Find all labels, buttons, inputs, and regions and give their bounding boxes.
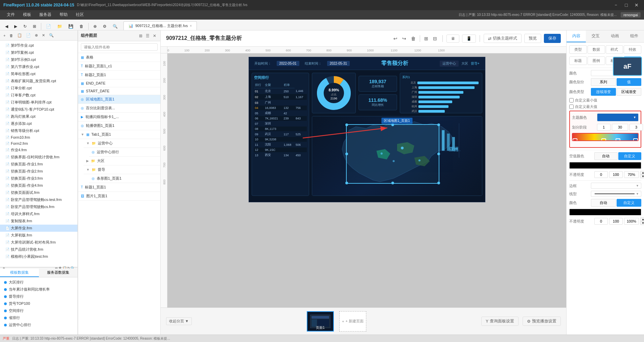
save-btn[interactable]: 保存 — [544, 34, 561, 43]
tab-server-dataset[interactable]: 服务器数据集 — [39, 269, 78, 277]
sidebar-new-btn[interactable]: + — [2, 33, 7, 38]
home-btn[interactable]: ⊞ — [30, 23, 39, 30]
close-btn[interactable]: ✕ — [632, 2, 641, 8]
collapse-page-btn[interactable]: 收起分页 ▼ — [166, 317, 192, 325]
file-item[interactable]: 📄第9节示例3.cpt — [0, 56, 77, 63]
layer-list-btn[interactable]: ☰ — [144, 33, 151, 39]
file-item[interactable]: 📄销售等级分析.cpt — [0, 127, 77, 134]
active-tab[interactable]: 📊 9097212_任格格... 主题分析.fvs × — [123, 21, 197, 30]
opacity2-value-input[interactable] — [624, 218, 639, 225]
file-item[interactable]: 📄切换页面-作业1.frm — [0, 161, 77, 168]
preview-scale-btn[interactable]: ⚙ 预览播放设置 — [523, 317, 561, 326]
align-btn[interactable]: ⊞ — [422, 35, 430, 42]
file-item[interactable]: 📄Form2.frm — [0, 140, 77, 146]
tab-legend[interactable]: 图例 — [588, 56, 605, 65]
new-page-btn[interactable]: + + 新建页面 — [339, 311, 366, 332]
file-item[interactable]: 📄跑马灯效果.cpt — [0, 113, 77, 120]
user-info[interactable]: renongai — [621, 12, 641, 18]
file-item[interactable]: 📄Form10.frm — [0, 134, 77, 140]
menu-template[interactable]: 模板 — [20, 11, 34, 19]
opacity-min-input[interactable] — [594, 171, 608, 178]
opacity2-increment-btn[interactable]: ▲ — [640, 218, 644, 221]
device-desktop-btn[interactable]: 🖥 — [446, 35, 459, 43]
layer-item-ops-center[interactable]: ▼ 📁 运营中心 — [84, 139, 160, 148]
file-item[interactable]: 📄逐步添加.cpt — [0, 120, 77, 127]
file-item[interactable]: 📄第9节作业.cpt — [0, 42, 77, 49]
layer-item-supervisor[interactable]: ▼ 📁 督导 — [84, 165, 160, 174]
switch-theme-btn[interactable]: ⇄ 切换主题样式 — [484, 34, 522, 43]
border-select[interactable]: ▼ — [591, 183, 641, 189]
file-item[interactable]: 📄通堂6练习-客户TOP10.cpt — [0, 106, 77, 113]
gradient-stop-right[interactable] — [633, 138, 638, 141]
open-btn[interactable]: 📁 — [55, 23, 65, 30]
file-item[interactable]: 📄切换页面-作业4.frm — [0, 182, 77, 189]
data-item[interactable]: 当年累计值和同比增长率 — [1, 286, 76, 293]
layer-close-btn[interactable]: ✕ — [152, 33, 158, 39]
menu-help[interactable]: 帮助 — [56, 11, 71, 19]
division-min-input[interactable] — [597, 124, 611, 131]
sidebar-more-btn[interactable]: ⊕ — [33, 32, 39, 38]
gradient-stop-mid1[interactable] — [601, 138, 606, 141]
data-item[interactable]: 空间排行 — [1, 307, 76, 314]
file-item[interactable]: 📄大屏初版.frm — [0, 232, 77, 239]
save-toolbar-btn[interactable]: 💾 — [66, 23, 76, 30]
layer-item-image[interactable]: 🖼 图片1_页面1 — [78, 192, 160, 201]
file-item[interactable]: 📄表格扩展问题_发货应商.cpt — [0, 77, 77, 85]
gradient-bar[interactable] — [572, 133, 639, 141]
page-thumbnail-1[interactable]: 页面1 — [307, 311, 334, 332]
file-item[interactable]: 📄切换页面-作业2.frm — [0, 168, 77, 175]
forward-btn[interactable]: ▶ — [12, 23, 20, 30]
file-item[interactable]: 📄切换界面-任时间统计营收.frm — [0, 154, 77, 161]
layer-search-input[interactable] — [81, 43, 158, 51]
layer-item-bar[interactable]: ◎ 条形图1_页面1 — [89, 174, 160, 183]
layer-item-tab[interactable]: ▼ ▦ Tab1_页面1 — [78, 130, 160, 139]
opacity2-decrement-btn[interactable]: ▼ — [640, 221, 644, 225]
query-panel-btn[interactable]: Y 查询面板设置 — [481, 317, 519, 326]
refresh-btn[interactable]: ↻ — [21, 23, 29, 30]
preview-btn[interactable]: 预览 — [524, 34, 541, 43]
tab-special[interactable]: 特效 — [624, 45, 641, 54]
sidebar-search-btn[interactable]: 🔍 — [48, 32, 55, 38]
color2-custom-btn[interactable]: 自定义 — [617, 199, 642, 207]
distribute-btn[interactable]: ⊟ — [431, 35, 439, 42]
layer-item-title1[interactable]: T 标题1_页面1 — [78, 183, 160, 192]
canvas-area[interactable]: 开始时间： 2022-05-01 结束时间： 2022-05-31 零售额分析 … — [167, 53, 566, 307]
line-type-select[interactable]: ▼ — [591, 191, 641, 197]
file-item[interactable]: 📄订单明细图-单列排序.cpt — [0, 99, 77, 106]
sidebar-close-btn[interactable]: ✕ — [41, 32, 46, 38]
tab-content[interactable]: 内容 — [567, 30, 586, 42]
layer-item-pie[interactable]: ◎ 轮播饼图1_页面1 — [78, 121, 160, 130]
delete-btn[interactable]: 🗑 — [409, 35, 417, 42]
new-btn[interactable]: 📄 — [44, 23, 53, 30]
file-item[interactable]: 📄切换页面-作业3.frm — [0, 175, 77, 182]
file-item[interactable]: 📄卧室产品管理驾驶舱cs-test.frm — [0, 196, 77, 203]
opacity-max-input[interactable] — [609, 171, 623, 178]
sidebar-delete-btn[interactable]: 🗑 — [8, 33, 15, 38]
layer-item-map[interactable]: ◎ 区域地图1_页面1 — [78, 95, 160, 104]
tab-headline[interactable]: 标题 — [569, 56, 587, 65]
layer-item-region[interactable]: ▶ 📁 大区 — [84, 157, 160, 165]
expand-icon[interactable]: ▼ — [86, 168, 90, 172]
custom-min-input[interactable] — [569, 98, 574, 102]
file-item[interactable]: 📄第六节课作业.cpt — [0, 63, 77, 70]
file-item[interactable]: 📄订单客户数.cpt — [0, 92, 77, 99]
expand-icon[interactable]: ▶ — [86, 159, 89, 163]
color2-auto-btn[interactable]: 自动 — [591, 199, 616, 207]
file-item[interactable]: 📄复制报表.frm — [0, 218, 77, 225]
menu-community[interactable]: 社区 — [72, 11, 87, 19]
sidebar-paste-btn[interactable]: 📄 — [25, 32, 32, 38]
custom-max-input[interactable] — [569, 105, 574, 109]
expand-icon[interactable]: ▼ — [81, 133, 84, 136]
color2-preview[interactable] — [569, 209, 641, 215]
undo-btn[interactable]: ↩ — [392, 35, 399, 42]
file-item[interactable]: 📄简单柱形图.cpt — [0, 70, 77, 77]
layer-item-card[interactable]: ▶ 轮播闪烁指标卡1_... — [78, 113, 160, 121]
search-global-btn[interactable]: 🔍 — [110, 23, 120, 30]
menu-server[interactable]: 服务器 — [36, 11, 55, 19]
division-value-btn[interactable]: 值 — [617, 78, 642, 86]
continuous-gradient-btn[interactable]: 连续渐变 — [591, 88, 616, 96]
null-color-custom-btn[interactable]: 自定义 — [618, 152, 642, 160]
tab-type[interactable]: 类型 — [569, 45, 587, 54]
opacity2-max-input[interactable] — [609, 218, 623, 225]
file-item[interactable]: 📄模格样(小果园)test.frm — [0, 253, 77, 260]
